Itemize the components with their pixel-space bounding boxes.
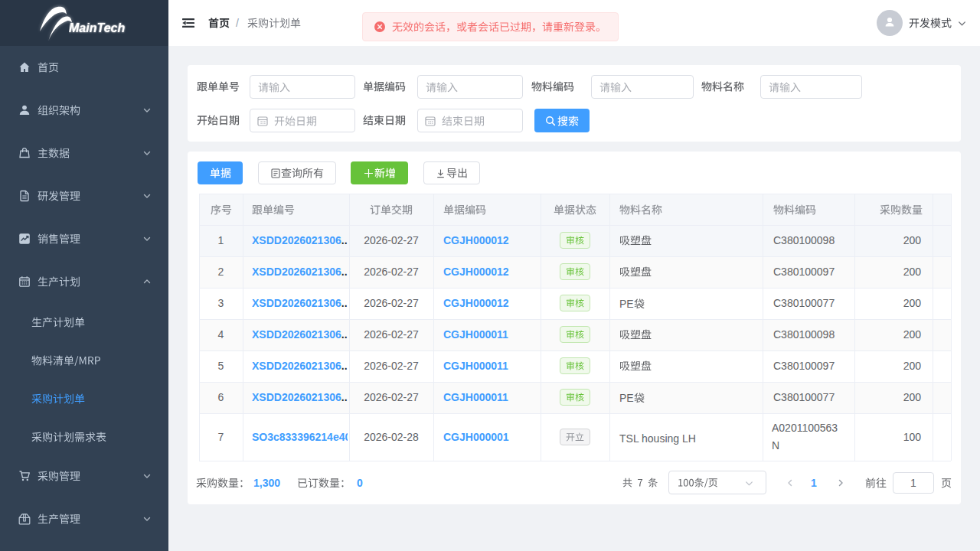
- svg-text:MainTech: MainTech: [69, 21, 125, 34]
